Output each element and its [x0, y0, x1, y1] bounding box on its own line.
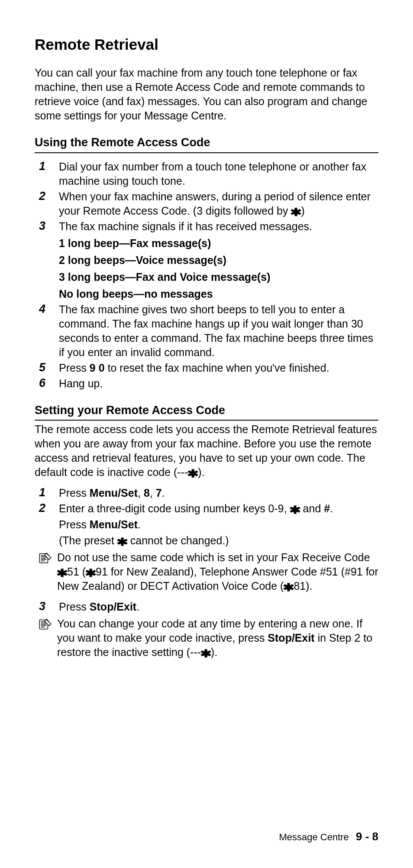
intro-paragraph: You can call your fax machine from any t…: [35, 66, 378, 123]
note-text: Do not use the same code which is set in…: [57, 550, 378, 593]
step-item: 3 The fax machine signals if it has rece…: [35, 219, 378, 301]
step-text: Hang up.: [59, 376, 378, 391]
beep-line: 2 long beeps—Voice message(s): [59, 253, 378, 267]
step-number: 2: [35, 189, 59, 203]
note-block: You can change your code at any time by …: [35, 617, 378, 659]
step-number: 3: [35, 219, 59, 233]
footer-label: Message Centre: [279, 832, 348, 842]
step-item: 4 The fax machine gives two short beeps …: [35, 302, 378, 360]
section-heading-setting: Setting your Remote Access Code: [35, 403, 378, 421]
star-icon: ✱: [283, 580, 294, 595]
step-number: 6: [35, 376, 59, 390]
page-number: 9 - 8: [356, 830, 378, 843]
note-icon: [35, 550, 57, 569]
star-icon: ✱: [290, 205, 302, 219]
step-text: Press Menu/Set, 8, 7.: [59, 485, 378, 500]
step-text: Press Stop/Exit.: [59, 599, 378, 614]
step-number: 5: [35, 360, 59, 374]
star-icon: ✱: [187, 466, 199, 481]
beep-line: 1 long beep—Fax message(s): [59, 236, 378, 251]
step-item: 6 Hang up.: [35, 376, 378, 391]
step-item: 2 When your fax machine answers, during …: [35, 189, 378, 218]
page-footer: Message Centre 9 - 8: [279, 829, 378, 844]
step-item: 1 Dial your fax number from a touch tone…: [35, 159, 378, 188]
section-heading-using: Using the Remote Access Code: [35, 135, 378, 153]
note-block: Do not use the same code which is set in…: [35, 550, 378, 593]
step-item: 3 Press Stop/Exit.: [35, 599, 378, 614]
beep-line: No long beeps—no messages: [59, 287, 378, 301]
star-icon: ✱: [56, 566, 68, 580]
step-number: 3: [35, 599, 59, 613]
step-number: 1: [35, 485, 59, 499]
steps-list-b-cont: 3 Press Stop/Exit.: [35, 599, 378, 614]
step-number: 2: [35, 501, 59, 515]
step-text: Enter a three-digit code using number ke…: [59, 501, 378, 548]
star-icon: ✱: [85, 566, 97, 580]
note-text: You can change your code at any time by …: [57, 617, 378, 659]
step-item: 1 Press Menu/Set, 8, 7.: [35, 485, 378, 500]
steps-list-b: 1 Press Menu/Set, 8, 7. 2 Enter a three-…: [35, 485, 378, 548]
document-page: Remote Retrieval You can call your fax m…: [0, 0, 413, 868]
step-item: 2 Enter a three-digit code using number …: [35, 501, 378, 548]
star-icon: ✱: [289, 503, 300, 517]
step-text: When your fax machine answers, during a …: [59, 189, 378, 218]
step-text: Press 9 0 to reset the fax machine when …: [59, 360, 378, 375]
star-icon: ✱: [200, 646, 212, 661]
page-title: Remote Retrieval: [35, 35, 378, 55]
steps-list-a: 1 Dial your fax number from a touch tone…: [35, 159, 378, 391]
step-text: The fax machine signals if it has receiv…: [59, 219, 378, 301]
step-item: 5 Press 9 0 to reset the fax machine whe…: [35, 360, 378, 375]
step-number: 4: [35, 302, 59, 316]
step-text: Dial your fax number from a touch tone t…: [59, 159, 378, 188]
step-number: 1: [35, 159, 59, 173]
step-text: The fax machine gives two short beeps to…: [59, 302, 378, 360]
star-icon: ✱: [116, 535, 128, 549]
beep-line: 3 long beeps—Fax and Voice message(s): [59, 270, 378, 284]
section-b-intro: The remote access code lets you access t…: [35, 422, 378, 479]
note-icon: [35, 617, 57, 635]
